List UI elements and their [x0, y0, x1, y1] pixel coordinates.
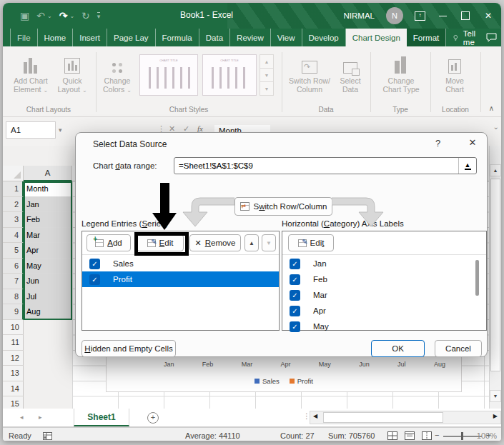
tab-review[interactable]: Review	[230, 29, 271, 46]
row-header[interactable]: 14	[3, 381, 24, 397]
status-sum[interactable]: Sum: 705760	[328, 431, 375, 440]
cell-a5[interactable]: Apr	[24, 243, 72, 259]
checkbox-checked-icon[interactable]: ✓	[290, 306, 300, 316]
gallery-more-icon[interactable]: ▼	[260, 81, 274, 96]
cancel-button[interactable]: Cancel	[435, 340, 482, 357]
row-header[interactable]: 9	[3, 304, 24, 320]
zoom-slider-handle[interactable]	[461, 432, 463, 440]
user-name[interactable]: NIRMAL	[344, 11, 375, 20]
cell-a3[interactable]: Feb	[24, 212, 72, 228]
switch-row-column-dialog-button[interactable]: Switch Row/Column	[234, 197, 332, 216]
checkbox-checked-icon[interactable]: ✓	[290, 290, 300, 301]
prev-sheet-icon[interactable]: ◂	[20, 414, 24, 421]
move-series-up-button[interactable]: ▲	[244, 234, 259, 251]
axis-item-apr[interactable]: ✓Apr	[282, 303, 486, 319]
repeat-icon[interactable]: ↻	[81, 10, 90, 21]
next-sheet-icon[interactable]: ▸	[39, 414, 42, 421]
redo-chevron-icon[interactable]: ⌄	[69, 13, 74, 19]
scroll-left-icon[interactable]: ◀	[313, 413, 317, 419]
tell-me[interactable]: Tell me	[446, 29, 485, 46]
horizontal-scrollbar-thumb[interactable]	[323, 412, 443, 423]
horizontal-scrollbar[interactable]: ◀ ▶	[310, 411, 501, 424]
row-header[interactable]: 5	[3, 243, 24, 259]
scroll-right-icon[interactable]: ▶	[493, 413, 498, 419]
name-box[interactable]: A1	[6, 121, 56, 139]
zoom-out-icon[interactable]: −	[435, 431, 439, 439]
collapse-ribbon-icon[interactable]: ∧	[489, 104, 494, 112]
save-icon[interactable]: ▣	[20, 10, 29, 21]
chart-data-range-value[interactable]: =Sheet1!$A$1:$C$9	[174, 161, 458, 170]
move-series-down-button[interactable]: ▼	[262, 234, 276, 251]
qat-customize-icon[interactable]: ▾	[97, 12, 101, 20]
page-break-view-icon[interactable]	[422, 431, 432, 440]
tab-home[interactable]: Home	[38, 29, 74, 46]
row-header[interactable]: 7	[3, 274, 24, 289]
checkbox-checked-icon[interactable]: ✓	[290, 274, 300, 285]
cell-a8[interactable]: Jul	[24, 289, 72, 305]
tab-develop[interactable]: Develop	[302, 29, 346, 46]
axis-item-mar[interactable]: ✓Mar	[282, 287, 486, 303]
quick-layout-button[interactable]: Quick Layout ⌄	[53, 52, 92, 95]
chart-data-range-input[interactable]: =Sheet1!$A$1:$C$9 ▲	[174, 157, 477, 174]
checkbox-checked-icon[interactable]: ✓	[89, 259, 100, 269]
tab-insert[interactable]: Insert	[73, 29, 107, 46]
hidden-empty-cells-button[interactable]: Hidden and Empty Cells	[81, 340, 176, 357]
normal-view-icon[interactable]	[387, 431, 397, 440]
chart-style-thumbnail-1[interactable]: CHART TITLE	[139, 54, 198, 96]
new-sheet-icon[interactable]: +	[147, 412, 159, 424]
status-average[interactable]: Average: 44110	[185, 431, 240, 440]
vertical-scrollbar[interactable]: ▲ ▼	[489, 146, 501, 409]
remove-series-button[interactable]: ✕Remove	[189, 234, 241, 251]
cell-a6[interactable]: May	[24, 259, 72, 274]
row-header[interactable]: 11	[3, 335, 24, 351]
close-button[interactable]: ✕	[483, 10, 494, 21]
add-series-button[interactable]: Add	[87, 234, 131, 251]
tab-file[interactable]: File	[10, 29, 38, 46]
dialog-close-button[interactable]: ✕	[465, 137, 480, 148]
series-item-profit[interactable]: ✓ Profit	[82, 271, 279, 287]
page-layout-view-icon[interactable]	[405, 431, 415, 440]
tab-view[interactable]: View	[271, 29, 302, 46]
select-all-corner[interactable]	[3, 166, 24, 181]
switch-row-column-button[interactable]: ↷ Switch Row/ Column	[287, 52, 332, 94]
tab-format[interactable]: Format	[407, 29, 446, 46]
row-header[interactable]: 4	[3, 228, 24, 244]
change-chart-type-button[interactable]: Change Chart Type	[377, 52, 425, 94]
dialog-help-button[interactable]: ?	[435, 138, 440, 149]
select-data-button[interactable]: Select Data	[333, 52, 367, 94]
column-header-a[interactable]: A	[24, 166, 72, 181]
vertical-scrollbar-thumb[interactable]	[490, 179, 500, 371]
maximize-button[interactable]	[460, 10, 471, 21]
tab-formula[interactable]: Formula	[156, 29, 199, 46]
undo-chevron-icon[interactable]: ⌄	[47, 13, 52, 19]
avatar[interactable]: N	[386, 7, 403, 24]
row-header[interactable]: 10	[3, 320, 24, 336]
row-header[interactable]: 1	[3, 181, 24, 197]
tab-chart-design[interactable]: Chart Design	[346, 29, 407, 46]
change-colors-button[interactable]: Change Colors ⌄	[99, 52, 136, 95]
cell-a9[interactable]: Aug	[24, 304, 72, 320]
edit-axis-labels-button[interactable]: Edit	[288, 234, 334, 251]
gallery-down-icon[interactable]: ▼	[260, 68, 274, 82]
sheet-tab-sheet1[interactable]: Sheet1	[74, 409, 129, 426]
cell-a1[interactable]: Month	[24, 181, 72, 197]
row-header[interactable]: 12	[3, 351, 24, 366]
row-header[interactable]: 8	[3, 289, 24, 305]
range-picker-icon[interactable]: ▲	[458, 158, 476, 174]
gallery-up-icon[interactable]: ▲	[260, 54, 274, 69]
cell-a2[interactable]: Jan	[24, 197, 72, 213]
row-header[interactable]: 6	[3, 259, 24, 274]
scroll-down-icon[interactable]: ▼	[490, 390, 501, 402]
cell-a7[interactable]: Jun	[24, 274, 72, 289]
row-header[interactable]: 3	[3, 212, 24, 228]
name-box-chevron-icon[interactable]: ▾	[59, 126, 62, 134]
row-header[interactable]: 13	[3, 366, 24, 381]
series-item-sales[interactable]: ✓ Sales	[82, 256, 279, 271]
minimize-button[interactable]	[437, 10, 448, 21]
chart-style-thumbnail-2[interactable]: CHART TITLE	[202, 54, 257, 96]
zoom-percent[interactable]: 100%	[477, 431, 497, 440]
macro-record-icon[interactable]	[43, 432, 52, 440]
ok-button[interactable]: OK	[371, 340, 425, 357]
listbox-scrollbar-thumb[interactable]	[475, 260, 479, 296]
undo-icon[interactable]: ↶	[36, 10, 45, 21]
